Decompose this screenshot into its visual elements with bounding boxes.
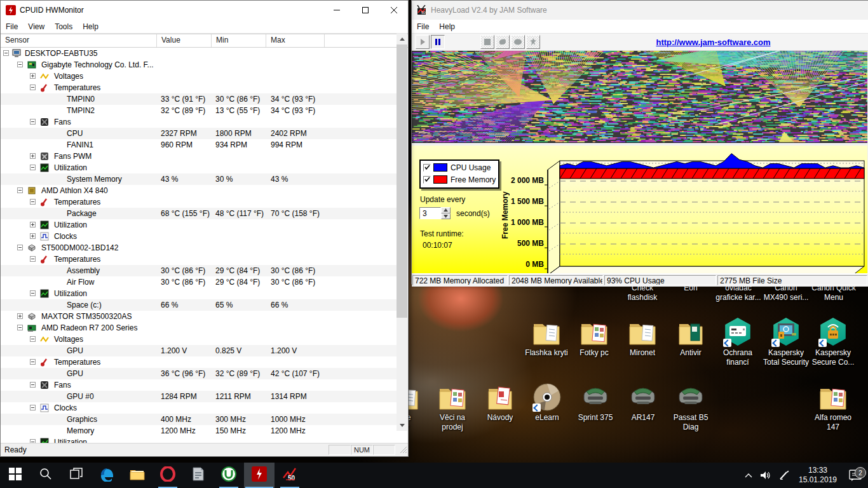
collapse-minus-icon[interactable] — [17, 325, 23, 330]
sensor-row[interactable]: Space (c:)66 %65 %66 % — [1, 299, 397, 311]
hwmonitor-menu-help[interactable]: Help — [78, 21, 104, 32]
sensor-group-row[interactable]: Utilization — [1, 219, 397, 231]
sensor-group-row[interactable]: Temperatures — [1, 82, 397, 93]
play-button[interactable] — [416, 35, 430, 49]
desktop-icon-kaspersky-secure-co-[interactable]: KasperskySecure Co... — [806, 318, 860, 367]
pause-button[interactable] — [431, 35, 445, 49]
hwmonitor-menu-tools[interactable]: Tools — [50, 21, 78, 32]
sensor-row[interactable]: Assembly30 °C (86 °F)29 °C (84 °F)30 °C … — [1, 265, 397, 276]
scroll-down-icon[interactable] — [397, 420, 407, 431]
collapse-minus-icon[interactable] — [30, 290, 36, 296]
sensor-group-row[interactable]: AMD Radeon R7 200 Series — [1, 322, 397, 334]
desktop-icon-fotky-pc[interactable]: Fotky pc — [567, 318, 621, 358]
collapse-minus-icon[interactable] — [30, 85, 36, 90]
taskbar-openoffice-button[interactable] — [183, 463, 214, 488]
sensor-row[interactable]: Memory1200 MHz150 MHz1200 MHz — [1, 425, 397, 437]
sensor-row[interactable]: Package68 °C (155 °F)48 °C (117 °F)70 °C… — [1, 208, 397, 219]
maximize-button[interactable] — [351, 1, 379, 20]
minimize-button[interactable] — [322, 1, 351, 20]
column-max[interactable]: Max — [266, 34, 325, 47]
sensor-row[interactable]: FANIN1960 RPM934 RPM994 RPM — [1, 139, 397, 151]
sensor-row[interactable]: CPU2327 RPM1800 RPM2402 RPM — [1, 128, 397, 139]
sensor-row[interactable]: System Memory43 %30 %43 % — [1, 173, 397, 185]
sensor-row[interactable]: GPU1.200 V0.825 V1.200 V — [1, 345, 397, 356]
sensor-group-row[interactable]: Fans — [1, 379, 397, 391]
expand-plus-icon[interactable] — [30, 233, 36, 239]
hwmonitor-titlebar[interactable]: CPUID HWMonitor — [1, 1, 408, 20]
taskbar-task-view-button[interactable] — [61, 463, 92, 488]
desktop-icon-elearn[interactable]: eLearn — [520, 383, 574, 423]
desktop-icon-passat-b5-diag[interactable]: Passat B5Diag — [664, 383, 717, 432]
collapse-minus-icon[interactable] — [30, 199, 36, 205]
write-file-button[interactable] — [496, 35, 510, 49]
sensor-group-row[interactable]: Temperatures — [1, 356, 397, 368]
pen-icon[interactable] — [775, 470, 793, 480]
collapse-minus-icon[interactable] — [17, 62, 23, 67]
collapse-minus-icon[interactable] — [30, 165, 36, 170]
sensor-row[interactable]: GPU36 °C (96 °F)32 °C (89 °F)42 °C (107 … — [1, 368, 397, 379]
sensor-row[interactable]: TMPIN232 °C (89 °F)13 °C (55 °F)34 °C (9… — [1, 105, 397, 116]
hwmonitor-menu-file[interactable]: File — [1, 21, 23, 32]
taskbar-windows-start-button[interactable] — [0, 463, 31, 488]
taskbar-edge-button[interactable] — [92, 463, 122, 488]
desktop-icon-v-ci-na-prodej[interactable]: Věci naprodej — [426, 383, 479, 432]
sensor-group-row[interactable]: DESKTOP-EABTU35 — [1, 48, 397, 59]
scrollbar-thumb[interactable] — [397, 44, 407, 318]
expand-plus-icon[interactable] — [30, 73, 36, 79]
desktop-icon-ar147[interactable]: AR147 — [616, 383, 670, 423]
allocate-memory-button[interactable] — [511, 35, 525, 49]
sensor-row[interactable]: Graphics400 MHz300 MHz1000 MHz — [1, 414, 397, 425]
desktop-icon-flashka-kryti[interactable]: Flashka kryti — [520, 318, 573, 358]
heavyload-menu-file[interactable]: File — [412, 21, 434, 32]
sensor-group-row[interactable]: Utilization — [1, 162, 397, 173]
expand-plus-icon[interactable] — [30, 222, 36, 227]
scroll-up-icon[interactable] — [397, 34, 407, 44]
expand-plus-icon[interactable] — [30, 153, 36, 159]
sensor-group-row[interactable]: AMD Athlon X4 840 — [1, 185, 397, 196]
sensor-row[interactable]: Air Flow30 °C (86 °F)29 °C (84 °F)30 °C … — [1, 276, 397, 288]
taskbar-utorrent-button[interactable] — [214, 463, 244, 488]
sensor-group-row[interactable]: ST500DM002-1BD142 — [1, 242, 397, 254]
sensor-group-row[interactable]: Utilization — [1, 288, 397, 299]
heavyload-titlebar[interactable]: 50 HeavyLoad V2.4 by JAM Software — [412, 1, 868, 20]
resize-grip[interactable] — [399, 445, 407, 455]
collapse-minus-icon[interactable] — [3, 50, 9, 56]
taskbar-hwmonitor-button[interactable] — [244, 463, 275, 488]
sensor-group-row[interactable]: Voltages — [1, 334, 397, 345]
sensor-group-row[interactable]: Clocks — [1, 231, 397, 242]
sensor-group-row[interactable]: Temperatures — [1, 196, 397, 208]
taskbar-file-explorer-button[interactable] — [122, 463, 153, 488]
collapse-minus-icon[interactable] — [30, 336, 36, 342]
taskbar-opera-button[interactable] — [153, 463, 183, 488]
sensor-group-row[interactable]: Fans — [1, 116, 397, 128]
sensor-group-row[interactable]: Temperatures — [1, 254, 397, 265]
sensor-row[interactable]: GPU #01284 RPM1211 RPM1314 RPM — [1, 391, 397, 402]
notification-center-icon[interactable]: 2 — [843, 470, 868, 481]
taskbar-search-button[interactable] — [31, 463, 61, 488]
sensor-group-row[interactable]: Voltages — [1, 71, 397, 82]
collapse-minus-icon[interactable] — [30, 256, 36, 262]
jam-software-link[interactable]: http://www.jam-software.com — [596, 37, 831, 47]
chevron-up-icon[interactable] — [740, 473, 757, 478]
collapse-minus-icon[interactable] — [30, 359, 36, 365]
column-sensor[interactable]: Sensor — [1, 34, 157, 47]
desktop-icon-mironet[interactable]: Mironet — [616, 318, 669, 358]
collapse-minus-icon[interactable] — [17, 245, 23, 250]
desktop-icon-antivir[interactable]: Antivir — [664, 318, 717, 358]
desktop-icon-ochrana-financ-[interactable]: Ochranafinancí — [711, 318, 764, 367]
hwmonitor-menu-view[interactable]: View — [23, 21, 50, 32]
desktop-icon-n-vody[interactable]: Návody — [473, 383, 527, 423]
taskbar-heavyload-button[interactable]: 50 — [275, 463, 305, 488]
collapse-minus-icon[interactable] — [30, 119, 36, 125]
taskbar-clock[interactable]: 13:33 15.01.2019 — [793, 466, 843, 485]
stop-button[interactable] — [480, 35, 494, 49]
collapse-minus-icon[interactable] — [30, 382, 36, 388]
sensor-group-row[interactable]: MAXTOR STM3500320AS — [1, 311, 397, 322]
speaker-icon[interactable] — [757, 471, 775, 480]
column-value[interactable]: Value — [157, 34, 212, 47]
close-button[interactable] — [379, 1, 408, 20]
desktop-icon-kaspersky-total-security[interactable]: KasperskyTotal Security — [759, 318, 813, 367]
collapse-minus-icon[interactable] — [17, 187, 23, 193]
sensor-row[interactable]: TMPIN033 °C (91 °F)30 °C (86 °F)34 °C (9… — [1, 93, 397, 105]
sensor-group-row[interactable]: Clocks — [1, 402, 397, 414]
